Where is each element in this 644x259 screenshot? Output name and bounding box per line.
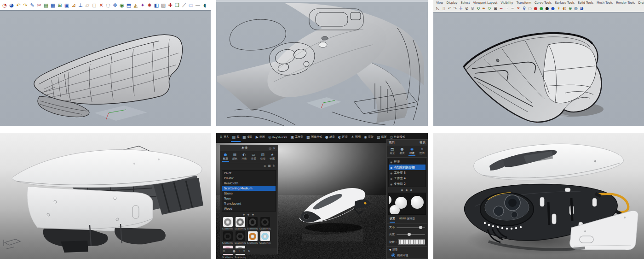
- toolbar-icon[interactable]: ●: [539, 6, 544, 11]
- toolbar-icon[interactable]: ▦: [50, 3, 56, 8]
- rhino-menu-tab[interactable]: Solid Tools: [578, 1, 593, 5]
- toolbar-icon[interactable]: ◕: [9, 3, 14, 8]
- toolbar-icon[interactable]: ⊙: [470, 6, 475, 11]
- toolbar-icon[interactable]: ◻: [92, 3, 97, 8]
- toolbar-icon[interactable]: ✦: [140, 3, 145, 8]
- toolbar-icon[interactable]: ◧: [154, 3, 159, 8]
- toolbar-icon[interactable]: ✚: [167, 3, 173, 8]
- ribbon-button[interactable]: ▣ 工作室: [289, 134, 305, 142]
- slider-handle[interactable]: [419, 226, 422, 229]
- project-tab[interactable]: ☀ 照明: [419, 147, 426, 156]
- slider-track[interactable]: [397, 234, 425, 235]
- rhino-menu-tab[interactable]: Render Tools: [616, 1, 635, 5]
- toolbar-icon[interactable]: ♀: [522, 6, 527, 11]
- toolbar-icon[interactable]: ◕: [580, 6, 584, 11]
- viewport-rear-shaded[interactable]: [433, 12, 644, 126]
- ribbon-button[interactable]: ▤ 库: [231, 134, 241, 142]
- toolbar-icon[interactable]: ◔: [2, 3, 7, 8]
- toolbar-icon[interactable]: ✥: [112, 3, 118, 8]
- hdri-preview[interactable]: [388, 193, 426, 215]
- statusbar-icon[interactable]: +: [238, 249, 241, 253]
- toolbar-icon[interactable]: ❒: [174, 3, 180, 8]
- material-thumbnail[interactable]: Scattering _: [235, 231, 246, 244]
- toolbar-icon[interactable]: ●: [545, 6, 550, 11]
- toolbar-icon[interactable]: ⟳: [488, 6, 492, 11]
- toolbar-icon[interactable]: ◍: [574, 6, 578, 11]
- material-category[interactable]: Paint: [222, 171, 276, 176]
- environment-item[interactable]: ◉ 工作室 4: [389, 176, 426, 181]
- toolbar-icon[interactable]: ✕: [516, 6, 521, 11]
- rhino-menu-tab[interactable]: View: [436, 1, 443, 5]
- material-category[interactable]: Stone: [222, 191, 276, 196]
- view-option-icon[interactable]: ≡: [264, 164, 266, 168]
- statusbar-icon[interactable]: ⊙: [223, 249, 225, 253]
- material-category[interactable]: Toon: [222, 196, 276, 201]
- toolbar-icon[interactable]: ✎: [29, 3, 35, 8]
- ribbon-button[interactable]: ◉ 渲染: [362, 134, 375, 142]
- toolbar-icon[interactable]: ▣: [64, 3, 69, 8]
- toolbar-icon[interactable]: ●: [534, 6, 538, 11]
- library-tab[interactable]: ★ 收藏: [269, 152, 276, 162]
- toolbar-icon[interactable]: ◭: [133, 3, 138, 8]
- ribbon-button[interactable]: ☀ 照明: [350, 134, 362, 142]
- props-tab[interactable]: HDRI 编辑器: [399, 217, 415, 223]
- view-option-icon[interactable]: ↻: [273, 164, 275, 168]
- toolbar-icon[interactable]: ⊿: [71, 3, 76, 8]
- toolbar-icon[interactable]: ☀: [557, 6, 561, 11]
- project-tab[interactable]: ◉ 环境: [408, 147, 415, 156]
- toolbar-icon[interactable]: ✛: [459, 6, 463, 11]
- statusbar-icon[interactable]: ⇧: [243, 249, 246, 253]
- splitter-dots[interactable]: ● ● ●: [387, 188, 427, 192]
- close-icon[interactable]: ✕: [273, 147, 276, 150]
- environment-item[interactable]: ◉ 有划痕的摄影棚: [389, 165, 426, 170]
- material-category[interactable]: Wood: [222, 206, 276, 211]
- pin-icon[interactable]: ◎: [269, 147, 271, 150]
- toolbar-icon[interactable]: ≃: [505, 6, 509, 11]
- library-titlebar[interactable]: 材质 ◎ ✕: [220, 145, 277, 151]
- toolbar-icon[interactable]: ◖: [202, 3, 207, 8]
- material-thumbnail[interactable]: Scattering _: [247, 217, 258, 230]
- toolbar-icon[interactable]: ⊕: [568, 6, 573, 11]
- statusbar-icon[interactable]: ●: [233, 249, 236, 253]
- view-option-icon[interactable]: ▦: [268, 164, 270, 168]
- rhino-menu-tab[interactable]: Select: [460, 1, 470, 5]
- statusbar-icon[interactable]: ↻: [248, 249, 251, 253]
- slider-track[interactable]: [397, 227, 425, 228]
- toolbar-icon[interactable]: ↷: [23, 3, 28, 8]
- ribbon-button[interactable]: ▩ 图像样式: [305, 134, 323, 142]
- toolbar-icon[interactable]: ◉: [119, 3, 125, 8]
- toolbar-icon[interactable]: ⊞: [57, 3, 63, 8]
- project-tab[interactable]: ⬒ 场景: [389, 147, 396, 156]
- material-category[interactable]: Translucent: [222, 201, 276, 206]
- section-header[interactable]: ▼ 背景: [387, 246, 427, 253]
- toolbar-icon[interactable]: —: [195, 3, 201, 8]
- toolbar-icon[interactable]: ▧: [161, 3, 166, 8]
- toolbar-icon[interactable]: ▯: [442, 6, 446, 11]
- toolbar-icon[interactable]: ≂: [511, 6, 515, 11]
- ribbon-button[interactable]: ● 材质: [324, 134, 336, 142]
- library-tab[interactable]: ▨ 纹理: [259, 152, 266, 162]
- rhino-menu-tab[interactable]: Transform: [517, 1, 531, 5]
- material-category[interactable]: RealCloth: [222, 181, 276, 186]
- ribbon-button[interactable]: ⇩ 导入: [218, 134, 230, 142]
- toolbar-icon[interactable]: ●: [551, 6, 555, 11]
- toolbar-icon[interactable]: ◺: [436, 6, 440, 11]
- toolbar-icon[interactable]: ✸: [147, 3, 152, 8]
- toolbar-icon[interactable]: ⊥: [78, 3, 83, 8]
- material-thumbnail[interactable]: Scattering _: [235, 217, 246, 230]
- environment-item[interactable]: ◉ 柔光箱 2: [389, 181, 426, 187]
- rhino-menu-tab[interactable]: Curve Tools: [535, 1, 552, 5]
- toolbar-icon[interactable]: ○: [528, 6, 532, 11]
- material-thumbnail[interactable]: Scattering _: [222, 231, 233, 244]
- rhino-menu-tab[interactable]: Display: [446, 1, 457, 5]
- environment-item[interactable]: ◉ 工作室 5: [389, 170, 426, 176]
- toolbar-icon[interactable]: ▤: [43, 3, 49, 8]
- rhino-menu-tab[interactable]: Visibility: [500, 1, 513, 5]
- toolbar-icon[interactable]: ▭: [188, 3, 194, 8]
- viewport-perspective-shaded[interactable]: [0, 10, 211, 126]
- toolbar-icon[interactable]: −: [499, 6, 504, 11]
- statusbar-icon[interactable]: −: [228, 249, 230, 253]
- props-tab[interactable]: 设置: [390, 217, 395, 223]
- toolbar-icon[interactable]: ↶: [16, 3, 21, 8]
- material-thumbnail[interactable]: Scattering _: [259, 231, 270, 244]
